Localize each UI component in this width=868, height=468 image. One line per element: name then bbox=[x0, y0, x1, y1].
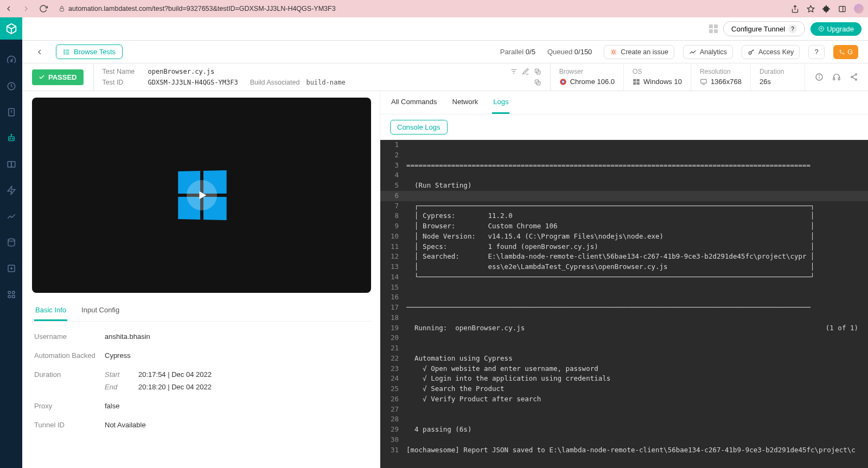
console-line: 29 4 passing (6s) bbox=[380, 425, 868, 435]
console-line: 15 bbox=[380, 283, 868, 293]
tab-network[interactable]: Network bbox=[451, 91, 480, 114]
right-tabs: All Commands Network Logs bbox=[380, 91, 868, 114]
panel-icon[interactable] bbox=[838, 5, 846, 13]
svg-rect-0 bbox=[60, 9, 64, 11]
sidebar-dashboard-icon[interactable] bbox=[6, 55, 17, 66]
nav-reload-icon[interactable] bbox=[39, 4, 48, 13]
lambdatest-logo[interactable] bbox=[0, 17, 22, 40]
env-info: Browser Chrome 106.0 OS Windows 10 Resol… bbox=[551, 63, 805, 91]
svg-point-33 bbox=[612, 50, 615, 53]
play-icon bbox=[196, 189, 208, 201]
upgrade-button[interactable]: Upgrade bbox=[810, 22, 861, 36]
console-line: 14 └────────────────────────────────────… bbox=[380, 272, 868, 283]
proxy-label: Proxy bbox=[34, 402, 105, 410]
svg-point-23 bbox=[8, 296, 11, 298]
env-duration-value: 26s bbox=[760, 78, 796, 86]
share-icon[interactable] bbox=[791, 5, 799, 13]
browse-tests-button[interactable]: Browse Tests bbox=[56, 44, 123, 59]
console-line: 9 │ Browser: Custom Chrome 106 │ bbox=[380, 221, 868, 232]
svg-point-10 bbox=[10, 138, 11, 139]
test-id-label: Test ID bbox=[103, 79, 142, 86]
check-icon bbox=[39, 74, 45, 80]
sidebar-hyperexecute-icon[interactable] bbox=[6, 185, 17, 196]
tab-basic-info[interactable]: Basic Info bbox=[34, 300, 67, 321]
sidebar-add-icon[interactable] bbox=[6, 263, 17, 274]
svg-point-5 bbox=[10, 60, 12, 62]
console-line: 27 bbox=[380, 405, 868, 415]
help-button[interactable]: ? bbox=[808, 45, 825, 59]
profile-avatar[interactable] bbox=[854, 4, 864, 14]
svg-point-31 bbox=[64, 52, 65, 52]
test-name-value: openBrowser.cy.js bbox=[148, 68, 215, 75]
svg-rect-65 bbox=[838, 78, 840, 80]
analytics-label: Analytics bbox=[700, 48, 727, 56]
svg-point-30 bbox=[64, 49, 65, 50]
console-line: 16 bbox=[380, 292, 868, 303]
edit-icon[interactable] bbox=[522, 68, 529, 75]
nav-forward-icon[interactable] bbox=[22, 4, 30, 13]
tab-all-commands[interactable]: All Commands bbox=[390, 91, 438, 114]
svg-point-67 bbox=[851, 76, 853, 78]
headphones-icon[interactable] bbox=[832, 73, 841, 81]
sidebar-analytics-icon[interactable] bbox=[6, 211, 17, 222]
sidebar-automation-icon[interactable] bbox=[6, 133, 17, 144]
play-button[interactable] bbox=[187, 180, 217, 210]
access-key-label: Access Key bbox=[758, 48, 794, 56]
copy-testid-icon[interactable] bbox=[534, 79, 541, 86]
svg-rect-3 bbox=[839, 6, 845, 11]
extension-icon[interactable] bbox=[822, 5, 831, 13]
svg-rect-55 bbox=[633, 79, 636, 81]
top-utility-bar: Configure Tunnel ? Upgrade bbox=[22, 17, 868, 41]
tab-logs[interactable]: Logs bbox=[492, 91, 509, 114]
svg-point-63 bbox=[819, 75, 820, 76]
copy-icon[interactable] bbox=[534, 68, 541, 75]
bookmark-star-icon[interactable] bbox=[807, 5, 815, 13]
sidebar-history-icon[interactable] bbox=[6, 81, 17, 92]
sidebar-integrations-icon[interactable] bbox=[6, 289, 17, 300]
console-line: 5 (Run Starting) bbox=[380, 181, 868, 191]
filter-icon[interactable] bbox=[510, 68, 518, 75]
svg-line-40 bbox=[611, 53, 612, 54]
env-duration-label: Duration bbox=[760, 68, 796, 75]
bug-icon bbox=[610, 48, 617, 56]
browse-tests-label: Browse Tests bbox=[74, 48, 116, 56]
back-arrow-icon[interactable] bbox=[32, 44, 47, 60]
apps-grid-icon[interactable] bbox=[709, 24, 718, 33]
nav-back-icon[interactable] bbox=[4, 4, 13, 13]
sidebar-screenshot-icon[interactable] bbox=[6, 159, 17, 170]
url-bar[interactable]: automation.lambdatest.com/test?build=932… bbox=[54, 4, 340, 14]
configure-tunnel-button[interactable]: Configure Tunnel ? bbox=[723, 21, 805, 36]
configure-tunnel-label: Configure Tunnel bbox=[731, 25, 785, 33]
test-meta-row: PASSED Test Name openBrowser.cy.js Test … bbox=[22, 63, 868, 91]
analytics-button[interactable]: Analytics bbox=[683, 45, 733, 59]
console-logs-button[interactable]: Console Logs bbox=[390, 120, 448, 134]
svg-marker-16 bbox=[8, 187, 15, 195]
svg-marker-71 bbox=[200, 191, 207, 200]
username-label: Username bbox=[34, 332, 105, 341]
console-line: 31[mochawesome] Report JSON saved to E:\… bbox=[380, 445, 868, 456]
share2-icon[interactable] bbox=[850, 73, 858, 81]
status-badge: PASSED bbox=[32, 69, 84, 85]
browser-chrome-bar: automation.lambdatest.com/test?build=932… bbox=[0, 0, 868, 17]
access-key-button[interactable]: Access Key bbox=[742, 45, 800, 59]
env-resolution-value: 1366x768 bbox=[700, 78, 742, 86]
svg-rect-57 bbox=[633, 82, 636, 85]
session-video[interactable] bbox=[32, 98, 371, 293]
sidebar-realtime-icon[interactable] bbox=[6, 107, 17, 118]
svg-point-32 bbox=[64, 53, 65, 54]
svg-line-36 bbox=[611, 49, 612, 50]
git-button[interactable]: G bbox=[833, 45, 858, 59]
tab-input-config[interactable]: Input Config bbox=[80, 300, 120, 321]
windows-icon bbox=[633, 78, 640, 86]
create-issue-button[interactable]: Create an issue bbox=[604, 45, 674, 59]
build-assoc-label: Build Associated bbox=[250, 79, 300, 86]
left-tabs: Basic Info Input Config bbox=[32, 300, 371, 322]
sidebar-db-icon[interactable] bbox=[6, 237, 17, 248]
svg-point-22 bbox=[12, 291, 15, 294]
upgrade-label: Upgrade bbox=[827, 25, 854, 33]
info-icon[interactable] bbox=[815, 73, 824, 81]
svg-point-42 bbox=[749, 52, 751, 54]
console-line: 13 │ ess\e2e\LambdaTest_Cypress\openBrow… bbox=[380, 262, 868, 272]
console-log-output[interactable]: 123=====================================… bbox=[380, 140, 868, 468]
console-line: 11 │ Specs: 1 found (openBrowser.cy.js) … bbox=[380, 242, 868, 252]
